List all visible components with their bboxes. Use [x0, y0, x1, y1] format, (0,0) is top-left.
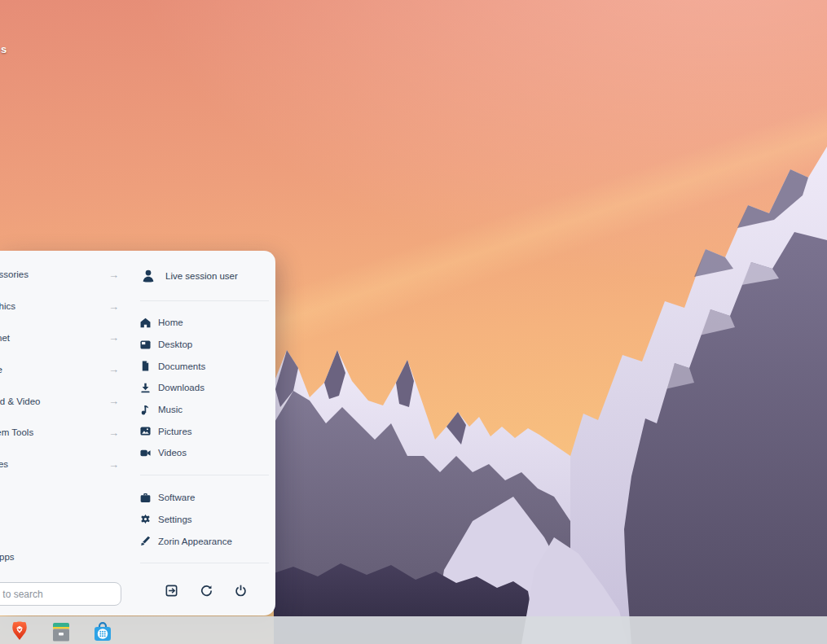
- category-system-tools[interactable]: System Tools →: [0, 417, 121, 449]
- category-sound-video[interactable]: Sound & Video →: [0, 385, 121, 417]
- category-label: Accessories: [0, 269, 108, 279]
- place-desktop[interactable]: Desktop: [140, 334, 269, 356]
- category-graphics[interactable]: Graphics →: [0, 291, 121, 322]
- picture-icon: [140, 426, 151, 436]
- place-music[interactable]: Music: [140, 399, 269, 421]
- all-apps-item[interactable]: All Apps: [0, 552, 15, 562]
- place-videos[interactable]: Videos: [140, 442, 269, 464]
- user-name: Live session user: [165, 271, 238, 281]
- place-documents[interactable]: Documents: [140, 355, 269, 377]
- music-note-icon: [140, 405, 151, 415]
- category-label: Graphics: [0, 301, 108, 311]
- shortcut-label: Software: [158, 493, 195, 502]
- download-icon: [140, 383, 151, 393]
- software-bag-icon: [92, 620, 113, 643]
- category-label: Sound & Video: [0, 396, 108, 406]
- category-list: Accessories → Graphics → Internet → Offi…: [0, 259, 121, 480]
- restart-icon: [200, 584, 213, 598]
- chevron-right-icon: →: [108, 269, 121, 281]
- chevron-right-icon: →: [108, 331, 121, 344]
- session-buttons: [140, 573, 269, 609]
- place-label: Downloads: [158, 383, 205, 392]
- place-label: Music: [158, 405, 183, 414]
- file-cabinet-icon: [51, 620, 72, 643]
- logout-button[interactable]: [163, 582, 180, 599]
- category-label: Internet: [0, 333, 108, 343]
- chevron-right-icon: →: [108, 427, 121, 439]
- home-icon: [140, 318, 151, 328]
- place-downloads[interactable]: Downloads: [140, 377, 269, 399]
- brave-icon: [9, 620, 30, 643]
- desktop-icon-label-fragment: s: [1, 43, 7, 55]
- category-label: System Tools: [0, 427, 108, 437]
- taskbar-item-software[interactable]: [92, 620, 113, 644]
- power-icon: [234, 584, 248, 598]
- shortcut-zorin-appearance[interactable]: Zorin Appearance: [140, 530, 269, 552]
- shortcut-list: Software Settings Zorin Appearance: [140, 487, 269, 552]
- shortcut-label: Settings: [158, 515, 192, 524]
- category-internet[interactable]: Internet →: [0, 322, 121, 354]
- divider: [140, 300, 269, 301]
- category-label: Utilities: [0, 459, 108, 469]
- chevron-right-icon: →: [108, 395, 121, 407]
- search-input[interactable]: [0, 582, 121, 606]
- place-home[interactable]: Home: [140, 312, 269, 334]
- menu-right-column: Live session user Home Desktop: [140, 251, 269, 609]
- shortcut-software[interactable]: Software: [140, 487, 269, 509]
- desktop-icon: [140, 340, 151, 350]
- user-icon: [140, 268, 156, 284]
- place-label: Documents: [158, 361, 205, 371]
- briefcase-icon: [140, 493, 151, 503]
- place-label: Pictures: [158, 427, 192, 436]
- place-label: Desktop: [158, 340, 192, 349]
- divider: [140, 563, 269, 563]
- shortcut-settings[interactable]: Settings: [140, 509, 269, 531]
- place-pictures[interactable]: Pictures: [140, 420, 269, 442]
- power-button[interactable]: [232, 582, 249, 599]
- gear-icon: [140, 514, 151, 524]
- taskbar-item-files[interactable]: [51, 620, 72, 644]
- user-row[interactable]: Live session user: [140, 257, 269, 295]
- restart-button[interactable]: [198, 582, 215, 599]
- divider: [140, 475, 269, 475]
- chevron-right-icon: →: [108, 363, 121, 375]
- zorin-app-menu: Accessories → Graphics → Internet → Offi…: [0, 251, 275, 616]
- shortcut-label: Zorin Appearance: [158, 537, 232, 546]
- place-label: Home: [158, 318, 183, 327]
- document-icon: [140, 361, 151, 371]
- places-list: Home Desktop Documents: [140, 312, 269, 464]
- taskbar: [0, 616, 827, 644]
- brush-icon: [140, 536, 151, 546]
- place-label: Videos: [158, 448, 187, 458]
- taskbar-item-brave[interactable]: [9, 620, 30, 644]
- video-camera-icon: [140, 448, 151, 458]
- category-accessories[interactable]: Accessories →: [0, 259, 121, 291]
- category-label: Office: [0, 365, 108, 375]
- chevron-right-icon: →: [108, 458, 121, 471]
- category-utilities[interactable]: Utilities →: [0, 449, 121, 480]
- category-office[interactable]: Office →: [0, 353, 121, 385]
- chevron-right-icon: →: [108, 300, 121, 313]
- logout-icon: [165, 584, 178, 598]
